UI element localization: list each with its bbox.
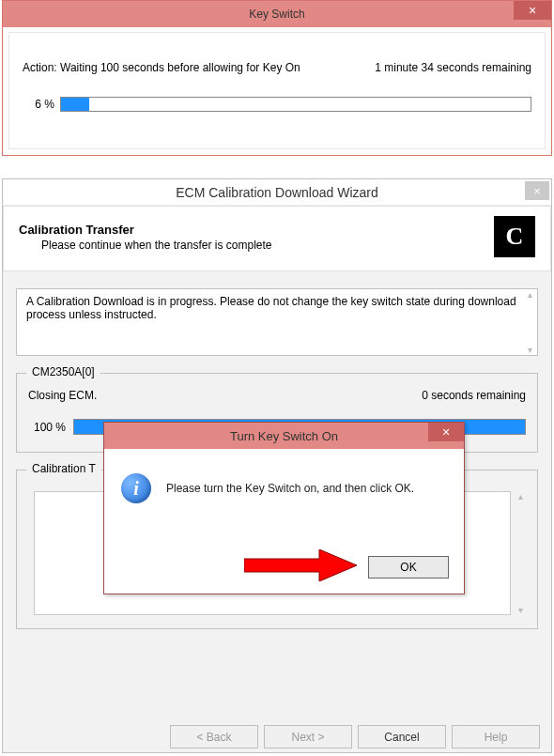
dialog-message: Please turn the Key Switch on, and then … (166, 482, 414, 495)
dialog-body: i Please turn the Key Switch on, and the… (104, 449, 464, 594)
ecm-info-message-box: A Calibration Download is in progress. P… (16, 288, 538, 356)
ecm-info-message: A Calibration Download is in progress. P… (26, 295, 516, 321)
ecm-close-button[interactable]: × (525, 181, 549, 200)
key-switch-close-button[interactable]: × (514, 1, 551, 20)
dialog-close-button[interactable]: × (428, 423, 464, 441)
device-progress-percent: 100 % (28, 421, 73, 434)
close-icon: × (529, 3, 536, 18)
calibration-transfer-label: Calibration T (26, 462, 101, 475)
key-switch-progress-bar (60, 97, 531, 112)
ecm-title: ECM Calibration Download Wizard (176, 185, 378, 200)
wizard-button-row: < Back Next > Cancel Help (3, 725, 551, 748)
dialog-title: Turn Key Switch On (230, 429, 338, 443)
help-button[interactable]: Help (452, 725, 540, 748)
device-remaining-text: 0 seconds remaining (422, 389, 526, 402)
back-button[interactable]: < Back (170, 725, 258, 748)
key-switch-title: Key Switch (249, 8, 304, 21)
key-switch-progress-percent: 6 % (23, 98, 60, 111)
cummins-logo: C (494, 216, 535, 257)
close-icon: × (442, 424, 450, 440)
scroll-down-icon: ▾ (528, 345, 532, 355)
dialog-titlebar[interactable]: Turn Key Switch On × (104, 423, 464, 449)
ecm-info-scrollbar[interactable]: ▴ ▾ (522, 289, 537, 355)
ok-button[interactable]: OK (368, 556, 449, 579)
cummins-logo-letter: C (506, 223, 524, 251)
cancel-button[interactable]: Cancel (358, 725, 446, 748)
device-status-text: Closing ECM. (28, 389, 97, 402)
key-switch-body: Action: Waiting 100 seconds before allow… (8, 32, 546, 149)
calibration-transfer-scrollbar[interactable]: ▴ ▾ (513, 491, 528, 615)
key-switch-progress-fill (61, 98, 89, 111)
scroll-up-icon: ▴ (518, 491, 523, 501)
scroll-up-icon: ▴ (528, 289, 532, 300)
turn-key-switch-dialog: Turn Key Switch On × i Please turn the K… (103, 422, 465, 594)
key-switch-remaining-text: 1 minute 34 seconds remaining (375, 61, 531, 74)
close-icon: × (533, 184, 541, 198)
key-switch-action-text: Action: Waiting 100 seconds before allow… (23, 61, 300, 74)
key-switch-titlebar[interactable]: Key Switch × (3, 1, 551, 27)
next-button[interactable]: Next > (264, 725, 352, 748)
ecm-titlebar[interactable]: ECM Calibration Download Wizard × (3, 179, 551, 206)
device-group-label: CM2350A[0] (26, 365, 100, 378)
ecm-banner-sub: Please continue when the transfer is com… (41, 239, 271, 252)
ecm-banner: Calibration Transfer Please continue whe… (3, 206, 551, 271)
scroll-down-icon: ▾ (518, 605, 523, 615)
ecm-banner-heading: Calibration Transfer (19, 223, 271, 237)
key-switch-window: Key Switch × Action: Waiting 100 seconds… (2, 0, 552, 156)
info-icon: i (121, 473, 151, 503)
